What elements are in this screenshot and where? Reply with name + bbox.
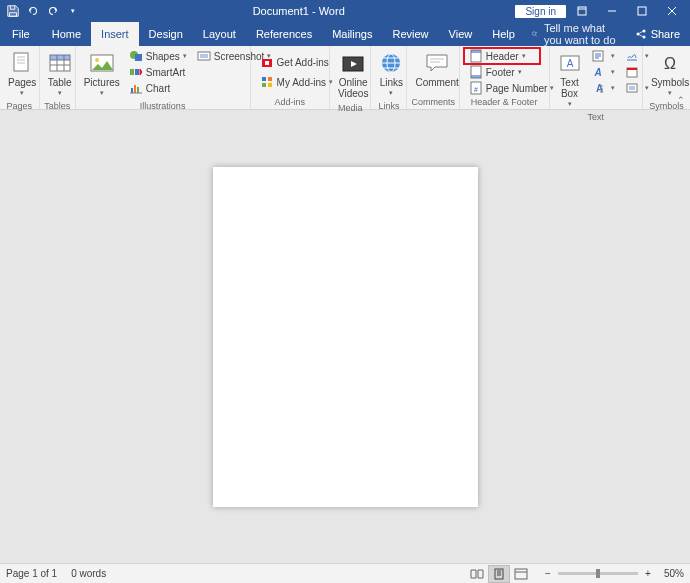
tab-insert[interactable]: Insert	[91, 22, 139, 46]
smartart-button[interactable]: SmartArt	[124, 64, 192, 80]
comment-button[interactable]: Comment	[411, 48, 462, 91]
status-word-count[interactable]: 0 words	[71, 568, 106, 579]
svg-text:A: A	[593, 67, 601, 78]
undo-icon[interactable]	[24, 2, 42, 20]
share-button[interactable]: Share	[625, 22, 690, 46]
comment-icon	[425, 51, 449, 75]
shapes-button[interactable]: Shapes▾	[124, 48, 192, 64]
video-icon	[341, 51, 365, 75]
document-page[interactable]	[213, 167, 478, 507]
svg-point-5	[642, 30, 645, 33]
qat-customize-icon[interactable]: ▾	[64, 2, 82, 20]
svg-rect-24	[262, 83, 266, 87]
svg-rect-41	[627, 68, 637, 70]
svg-rect-32	[471, 75, 481, 78]
tab-references[interactable]: References	[246, 22, 322, 46]
quick-parts-icon	[591, 49, 605, 63]
tab-file[interactable]: File	[0, 22, 42, 46]
tab-design[interactable]: Design	[139, 22, 193, 46]
drop-cap-button[interactable]: A▾	[586, 80, 620, 96]
pages-icon	[10, 51, 34, 75]
pictures-icon	[90, 51, 114, 75]
zoom-in-button[interactable]: +	[642, 568, 654, 579]
status-page[interactable]: Page 1 of 1	[6, 568, 57, 579]
save-icon[interactable]	[4, 2, 22, 20]
tell-me-label: Tell me what you want to do	[544, 22, 625, 46]
title-bar-right: Sign in	[515, 0, 686, 22]
date-icon	[625, 65, 639, 79]
ribbon-tabs: File HomeInsertDesignLayoutReferencesMai…	[0, 22, 690, 46]
group-header-footer: Header▾ Footer▾ # Page Number▾ Header & …	[460, 46, 550, 109]
web-layout-button[interactable]	[510, 565, 532, 583]
tab-review[interactable]: Review	[383, 22, 439, 46]
close-button[interactable]	[658, 0, 686, 22]
svg-point-3	[536, 32, 537, 33]
page-number-icon: #	[469, 81, 483, 95]
minimize-button[interactable]	[598, 0, 626, 22]
tab-help[interactable]: Help	[482, 22, 525, 46]
svg-point-2	[532, 32, 536, 36]
text-box-button[interactable]: A Text Box ▾	[554, 48, 586, 111]
online-videos-button[interactable]: Online Videos	[334, 48, 372, 102]
read-mode-button[interactable]	[466, 565, 488, 583]
quick-parts-button[interactable]: ▾	[586, 48, 620, 64]
tab-layout[interactable]: Layout	[193, 22, 246, 46]
tab-mailings[interactable]: Mailings	[322, 22, 382, 46]
redo-icon[interactable]	[44, 2, 62, 20]
svg-rect-22	[262, 77, 266, 81]
zoom-out-button[interactable]: −	[542, 568, 554, 579]
svg-point-11	[95, 58, 99, 62]
page-number-button[interactable]: # Page Number▾	[464, 80, 560, 96]
zoom-value[interactable]: 50%	[664, 568, 684, 579]
zoom-slider[interactable]	[558, 572, 638, 575]
collapse-ribbon-button[interactable]: ⌃	[674, 93, 688, 107]
tell-me-search[interactable]: Tell me what you want to do	[531, 22, 625, 46]
svg-rect-9	[50, 55, 70, 60]
header-icon	[469, 49, 483, 63]
svg-rect-46	[515, 569, 527, 579]
group-addins: Get Add-ins My Add-ins▾ Add-ins	[251, 46, 330, 109]
svg-rect-18	[137, 87, 139, 93]
chart-icon	[129, 81, 143, 95]
group-text: A Text Box ▾ ▾ A▾ A▾ ▾ ▾ Text	[550, 46, 643, 109]
sign-in-button[interactable]: Sign in	[515, 5, 566, 18]
group-comments: Comment Comments	[407, 46, 459, 109]
tab-home[interactable]: Home	[42, 22, 91, 46]
svg-text:#: #	[474, 86, 478, 93]
table-icon	[48, 51, 72, 75]
my-addins-button[interactable]: My Add-ins▾	[255, 72, 338, 92]
omega-icon: Ω	[658, 51, 682, 75]
wordart-button[interactable]: A▾	[586, 64, 620, 80]
chart-button[interactable]: Chart	[124, 80, 192, 96]
print-layout-button[interactable]	[488, 565, 510, 583]
tab-view[interactable]: View	[439, 22, 483, 46]
get-addins-button[interactable]: Get Add-ins	[255, 52, 338, 72]
wordart-icon: A	[591, 65, 605, 79]
document-canvas[interactable]	[0, 110, 690, 563]
share-label: Share	[651, 28, 680, 40]
group-tables: Table ▾ Tables	[40, 46, 76, 109]
footer-button[interactable]: Footer▾	[464, 64, 560, 80]
pages-button[interactable]: Pages ▾	[4, 48, 40, 100]
quick-access-toolbar: ▾	[4, 2, 82, 20]
group-pages: Pages ▾ Pages	[0, 46, 40, 109]
footer-icon	[469, 65, 483, 79]
title-bar: ▾ Document1 - Word Sign in	[0, 0, 690, 22]
ribbon: Pages ▾ Pages Table ▾ Tables Pictures ▾	[0, 46, 690, 110]
svg-text:A: A	[566, 58, 573, 69]
drop-cap-icon: A	[591, 81, 605, 95]
svg-rect-0	[578, 7, 586, 15]
svg-rect-15	[135, 69, 139, 75]
header-button[interactable]: Header▾	[464, 48, 540, 64]
svg-point-6	[642, 36, 645, 39]
svg-rect-25	[268, 83, 272, 87]
text-box-icon: A	[558, 51, 582, 75]
ribbon-display-options-icon[interactable]	[568, 0, 596, 22]
my-addins-icon	[260, 75, 274, 89]
maximize-button[interactable]	[628, 0, 656, 22]
links-button[interactable]: Links ▾	[375, 48, 407, 100]
svg-rect-17	[134, 85, 136, 93]
table-button[interactable]: Table ▾	[44, 48, 76, 100]
pictures-button[interactable]: Pictures ▾	[80, 48, 124, 100]
object-icon	[625, 81, 639, 95]
